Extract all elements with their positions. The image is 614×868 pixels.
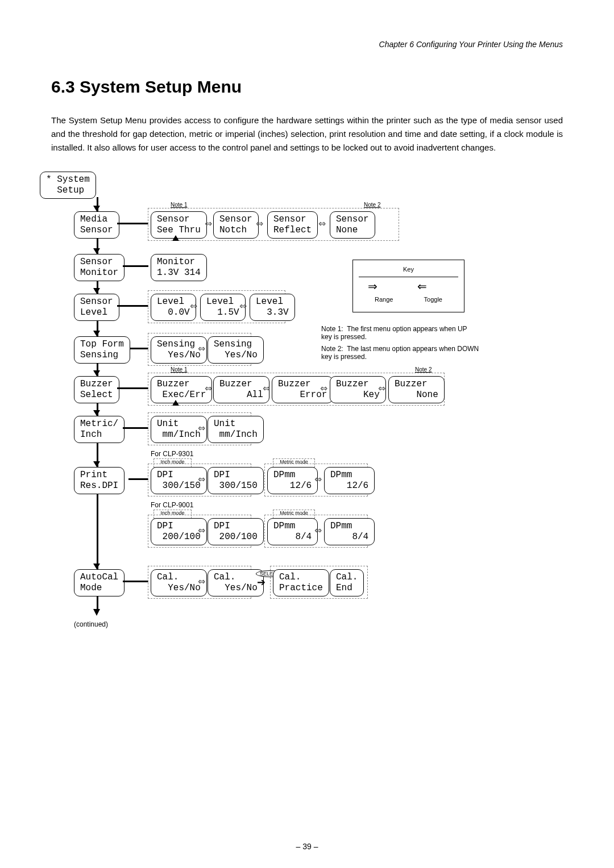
double-arrow-icon: ⇔ bbox=[239, 301, 247, 311]
opt-dpmm-9001-1: DPmm 8/4 bbox=[267, 518, 318, 545]
key-legend: Key Range Toggle bbox=[352, 260, 464, 312]
clp9301-label: For CLP-9301 bbox=[151, 450, 193, 458]
range-arrow-icon bbox=[363, 283, 385, 289]
chapter-header: Chapter 6 Configuring Your Printer Using… bbox=[51, 40, 563, 49]
double-arrow-icon: ⇔ bbox=[314, 474, 322, 485]
clp9001-label: For CLP-9001 bbox=[151, 501, 193, 509]
menu-top-form-sensing: Top Form Sensing bbox=[74, 336, 130, 364]
menu-media-sensor: Media Sensor bbox=[74, 211, 119, 239]
arrowhead-icon bbox=[93, 206, 100, 211]
arrowhead-icon bbox=[93, 564, 100, 569]
connector bbox=[117, 223, 148, 224]
opt-dpi-9001-2: DPI 200/100 bbox=[208, 518, 264, 545]
body-paragraph: The System Setup Menu provides access to… bbox=[51, 114, 563, 155]
note1-label: Note 1 bbox=[171, 202, 187, 208]
connector bbox=[123, 265, 148, 267]
note2-prefix: Note 2: bbox=[321, 345, 343, 353]
note2-label: Note 2 bbox=[415, 366, 432, 373]
arrowhead-icon bbox=[93, 410, 100, 416]
double-arrow-icon: ⇔ bbox=[320, 383, 327, 394]
double-arrow-icon: ⇔ bbox=[378, 383, 385, 394]
double-arrow-icon: ⇔ bbox=[198, 576, 205, 587]
double-arrow-icon: ⇔ bbox=[205, 218, 212, 229]
menu-metric-inch: Metric/ Inch bbox=[74, 416, 125, 443]
opt-level-0: Level 0.0V bbox=[151, 294, 196, 321]
document-page: Chapter 6 Configuring Your Printer Using… bbox=[0, 0, 614, 868]
up-arrow-icon bbox=[172, 400, 179, 406]
opt-sensor-reflect: Sensor Reflect bbox=[267, 211, 318, 239]
opt-dpmm-9301-2: DPmm 12/6 bbox=[324, 467, 375, 494]
menu-diagram: * System Setup Media Sensor Note 1 Note … bbox=[40, 172, 563, 620]
double-arrow-icon: ⇔ bbox=[314, 525, 322, 536]
connector bbox=[130, 348, 148, 349]
note1-label: Note 1 bbox=[171, 366, 187, 373]
double-arrow-icon: ⇔ bbox=[256, 218, 263, 229]
page-number: – 39 – bbox=[0, 842, 614, 851]
root-system-setup: * System Setup bbox=[40, 172, 96, 199]
opt-sensing-yesno-2: Sensing Yes/No bbox=[208, 336, 264, 364]
double-arrow-icon: ⇔ bbox=[198, 474, 205, 485]
opt-buzzer-execerr: Buzzer Exec/Err bbox=[151, 376, 212, 403]
double-arrow-icon: ⇔ bbox=[198, 343, 205, 354]
menu-sensor-monitor: Sensor Monitor bbox=[74, 254, 125, 281]
arrowhead-icon bbox=[93, 248, 100, 254]
double-arrow-icon: ⇔ bbox=[263, 383, 270, 394]
arrowhead-icon bbox=[93, 461, 100, 467]
connector bbox=[117, 305, 148, 307]
menu-autocal-mode: AutoCal Mode bbox=[74, 569, 125, 596]
right-arrow-icon: ➔ bbox=[257, 576, 265, 589]
opt-buzzer-all: Buzzer All bbox=[213, 376, 269, 403]
double-arrow-icon: ⇔ bbox=[190, 301, 197, 311]
note2-text: Note 2: The last menu option appears whe… bbox=[321, 345, 480, 361]
double-arrow-icon: ⇔ bbox=[198, 423, 205, 433]
continued-label: (continued) bbox=[74, 620, 108, 628]
connector bbox=[128, 478, 148, 480]
opt-monitor-value: Monitor 1.3V 314 bbox=[151, 254, 207, 281]
opt-buzzer-key: Buzzer Key bbox=[330, 376, 386, 403]
range-label: Range bbox=[360, 294, 408, 306]
spine-arrowhead bbox=[93, 609, 100, 616]
double-arrow-icon: ⇔ bbox=[205, 383, 212, 394]
opt-cal-practice: Cal. Practice bbox=[273, 569, 329, 596]
note2-label: Note 2 bbox=[364, 202, 380, 208]
opt-cal-yesno-2: Cal. Yes/No bbox=[208, 569, 264, 596]
opt-dpmm-9001-2: DPmm 8/4 bbox=[324, 518, 375, 545]
opt-buzzer-none: Buzzer None bbox=[388, 376, 445, 403]
menu-sensor-level: Sensor Level bbox=[74, 294, 119, 321]
opt-unit-2: Unit mm/Inch bbox=[208, 416, 264, 443]
section-title: 6.3 System Setup Menu bbox=[51, 77, 563, 97]
double-arrow-icon: ⇔ bbox=[198, 525, 205, 536]
double-arrow-icon: ⇔ bbox=[318, 218, 326, 229]
arrowhead-icon bbox=[93, 370, 100, 376]
opt-level-2: Level 3.3V bbox=[250, 294, 295, 321]
menu-print-res: Print Res.DPI bbox=[74, 467, 125, 494]
up-arrow-icon bbox=[172, 235, 179, 241]
opt-sensor-none: Sensor None bbox=[330, 211, 375, 239]
opt-dpmm-9301-1: DPmm 12/6 bbox=[267, 467, 318, 494]
note1-text: Note 1: The first menu option appears wh… bbox=[321, 325, 475, 341]
note1-prefix: Note 1: bbox=[321, 325, 343, 333]
opt-cal-end: Cal. End bbox=[330, 569, 364, 596]
note2-body: The last menu option appears when DOWN k… bbox=[321, 345, 479, 361]
opt-sensor-notch: Sensor Notch bbox=[213, 211, 259, 239]
opt-level-1: Level 1.5V bbox=[200, 294, 246, 321]
toggle-arrow-icon bbox=[413, 283, 434, 289]
opt-dpi-9301-2: DPI 300/150 bbox=[208, 467, 264, 494]
arrowhead-icon bbox=[93, 331, 100, 336]
connector bbox=[117, 387, 148, 389]
arrowhead-icon bbox=[93, 288, 100, 294]
toggle-label: Toggle bbox=[409, 294, 458, 306]
connector bbox=[123, 427, 148, 429]
connector bbox=[123, 581, 148, 582]
key-title: Key bbox=[359, 265, 458, 277]
menu-buzzer-select: Buzzer Select bbox=[74, 376, 119, 403]
note1-body: The first menu option appears when UP ke… bbox=[321, 325, 467, 341]
